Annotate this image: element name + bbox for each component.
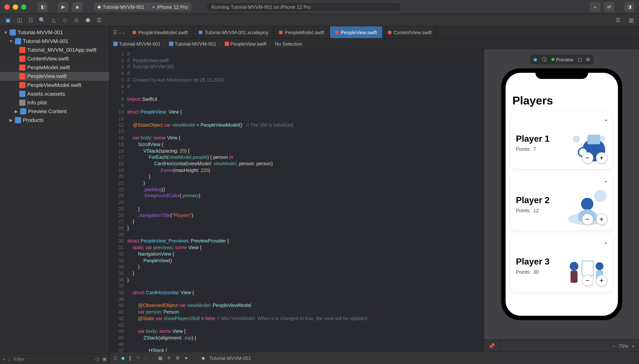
svg-point-6: [581, 198, 593, 210]
duplicate-preview-icon[interactable]: ⧉: [586, 56, 590, 62]
project-navigator-icon[interactable]: ▣: [4, 16, 12, 24]
chevron-right-icon: 〉: [218, 40, 223, 47]
tab-history[interactable]: ☰ ‹ ›: [110, 26, 127, 38]
source-editor[interactable]: 1 2 3 4 5 6 7 8 9 10 11 12 13 14 15 16 1…: [110, 49, 484, 352]
nav-title: Players: [511, 94, 612, 107]
chevron-down-icon[interactable]: ⌄: [604, 239, 608, 245]
related-items-icon[interactable]: ☰: [112, 29, 117, 35]
products-folder[interactable]: ▶ Products: [0, 116, 109, 124]
plus-button[interactable]: +: [596, 152, 607, 164]
debug-navigator-icon[interactable]: ⊙: [73, 16, 80, 24]
chevron-down-icon[interactable]: ⌄: [604, 116, 608, 122]
editor-tab[interactable]: PeopleViewModel.swift: [127, 26, 194, 38]
folder-icon: [15, 38, 21, 44]
step-out-icon[interactable]: ↑: [151, 356, 154, 361]
issue-navigator-icon[interactable]: △: [50, 16, 57, 24]
zoom-in-icon[interactable]: +: [632, 343, 635, 348]
file-row[interactable]: PeopleView.swift: [0, 72, 109, 81]
device-screen[interactable]: Players ⌄ Player 1 Points: 7 − + ⌄ Playe…: [505, 73, 618, 316]
add-icon[interactable]: +: [3, 356, 6, 362]
find-navigator-icon[interactable]: 🔍: [38, 16, 46, 24]
plus-button[interactable]: +: [596, 275, 607, 286]
minus-button[interactable]: −: [582, 152, 593, 164]
back-icon[interactable]: ‹: [119, 29, 121, 35]
report-navigator-icon[interactable]: ☰: [96, 16, 103, 24]
editor-tab[interactable]: PeopleView.swift: [330, 26, 383, 38]
file-icon: [388, 30, 392, 34]
file-row[interactable]: PeopleViewModel.swift: [0, 81, 109, 90]
minimize-window[interactable]: [13, 4, 18, 10]
breakpoints-icon[interactable]: ◆: [121, 355, 124, 361]
file-row[interactable]: PeopleModel.swift: [0, 63, 109, 72]
library-button[interactable]: ⇄: [604, 2, 614, 12]
chevron-down-icon[interactable]: ⌄: [604, 178, 608, 184]
file-row[interactable]: Info.plist: [0, 98, 109, 107]
file-row[interactable]: Tutorial_MVVM_001App.swift: [0, 46, 109, 54]
plus-button[interactable]: +: [596, 214, 607, 225]
file-icon: [199, 30, 202, 34]
source-control-icon[interactable]: ◫: [16, 16, 23, 24]
player-card[interactable]: ⌄ Player 1 Points: 7 − +: [511, 112, 612, 169]
editor-tab[interactable]: Tutorial-MVVM-001.xcodeproj: [194, 26, 274, 38]
location-icon[interactable]: ➤: [184, 355, 188, 361]
debug-target[interactable]: Tutorial-MVVM-001: [210, 356, 251, 361]
run-button[interactable]: ▶: [58, 2, 68, 12]
player-card[interactable]: ⌄ Player 3 Points: 30 − +: [511, 235, 612, 292]
close-window[interactable]: [4, 4, 10, 10]
hide-debug-icon[interactable]: ▯: [114, 355, 117, 361]
svg-rect-10: [570, 270, 578, 283]
minus-button[interactable]: −: [582, 275, 593, 286]
view-debug-icon[interactable]: ▦: [158, 355, 162, 361]
navigator-filter[interactable]: + ⌕ Filter ◷ ▣: [0, 354, 109, 364]
zoom-window[interactable]: [21, 4, 26, 10]
zoom-level[interactable]: 75%: [619, 343, 628, 348]
project-root[interactable]: ▼ Tutorial-MVVM-001: [0, 28, 109, 37]
file-row[interactable]: Assets.xcassets: [0, 90, 109, 98]
disclosure-triangle-icon[interactable]: ▶: [9, 118, 13, 122]
toggle-navigator-icon[interactable]: ◧: [38, 2, 48, 12]
disclosure-triangle-icon[interactable]: ▼: [9, 39, 13, 43]
symbol-navigator-icon[interactable]: ☷: [27, 16, 34, 24]
scm-icon[interactable]: ▣: [102, 356, 107, 362]
editor-tab[interactable]: PeopleModel.swift: [274, 26, 330, 38]
file-icon: [20, 91, 26, 97]
test-navigator-icon[interactable]: ◇: [62, 16, 68, 24]
editor-options-icon[interactable]: ☰: [614, 16, 622, 24]
inspect-icon[interactable]: ⓘ: [542, 56, 547, 63]
scheme-device: iPhone 12 Pro: [157, 4, 188, 10]
pause-icon[interactable]: ‖: [129, 355, 132, 361]
adjust-editor-icon[interactable]: ▥: [628, 16, 635, 24]
breadcrumb[interactable]: PeopleView.swift: [224, 41, 266, 46]
breadcrumb[interactable]: Tutorial-MVVM-001: [169, 41, 216, 46]
add-button[interactable]: +: [590, 2, 600, 12]
editor-tab[interactable]: ContentView.swift: [383, 26, 438, 38]
file-row[interactable]: ContentView.swift: [0, 54, 109, 63]
device-settings-icon[interactable]: ▢: [578, 56, 582, 62]
svg-point-3: [572, 136, 580, 143]
forward-icon[interactable]: ›: [123, 29, 124, 35]
environment-icon[interactable]: ⚙: [176, 355, 180, 361]
recent-icon[interactable]: ◷: [95, 356, 100, 362]
toggle-inspector-icon[interactable]: ◨: [624, 2, 635, 12]
disclosure-triangle-icon[interactable]: ▶: [14, 109, 18, 114]
stop-button[interactable]: ■: [72, 2, 82, 12]
step-over-icon[interactable]: ↷: [136, 355, 140, 361]
preview-canvas-panel: ◉ ⓘ Preview ▢ ⧉ Players ⌄: [484, 49, 639, 352]
scheme-selector[interactable]: ◆ Tutorial-MVVM-001 〉 ▸ iPhone 12 Pro: [94, 3, 191, 11]
preview-status[interactable]: Preview: [551, 57, 573, 62]
live-preview-icon[interactable]: ◉: [533, 56, 538, 62]
zoom-out-icon[interactable]: −: [612, 343, 615, 348]
group-folder[interactable]: ▼ Tutorial-MVVM-001: [0, 37, 109, 46]
step-into-icon[interactable]: ↓: [144, 356, 147, 361]
minus-button[interactable]: −: [582, 214, 593, 225]
code-content[interactable]: // // PeopleView.swift // Tutorial-MVVM-…: [127, 49, 484, 352]
memory-graph-icon[interactable]: ⚛: [167, 355, 171, 361]
disclosure-triangle-icon[interactable]: ▼: [4, 30, 8, 34]
breadcrumb[interactable]: No Selection: [275, 41, 302, 46]
jump-bar[interactable]: Tutorial-MVVM-001 〉 Tutorial-MVVM-001 〉 …: [110, 38, 639, 49]
preview-content-folder[interactable]: ▶ Preview Content: [0, 107, 109, 116]
breakpoint-navigator-icon[interactable]: ⬣: [84, 16, 91, 24]
pin-preview-icon[interactable]: 📌: [484, 340, 500, 352]
breadcrumb[interactable]: Tutorial-MVVM-001: [113, 41, 160, 46]
player-card[interactable]: ⌄ Player 2 Points: 12 − +: [511, 173, 612, 230]
